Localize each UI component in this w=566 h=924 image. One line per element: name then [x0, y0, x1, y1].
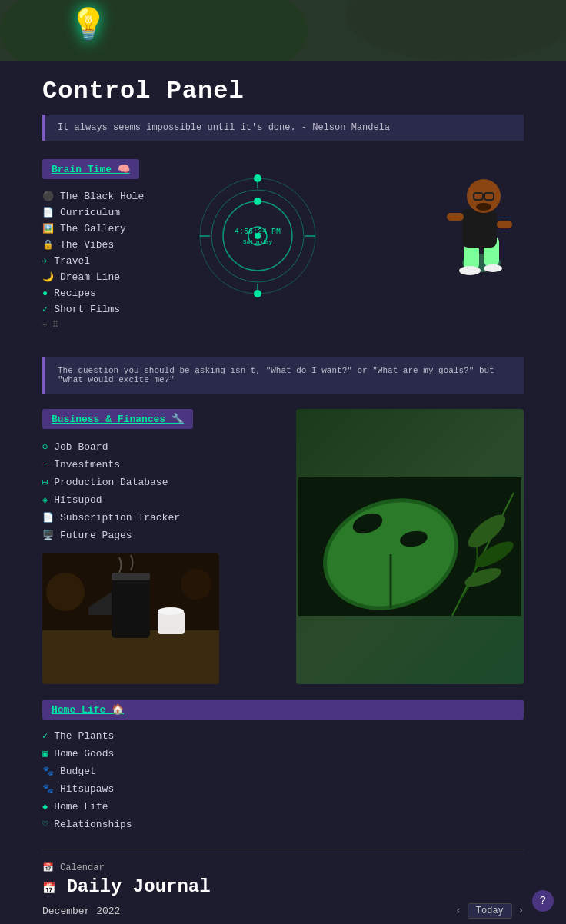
hero-banner: 💡	[0, 0, 566, 61]
list-item[interactable]: ♡Relationships	[42, 816, 524, 833]
list-item[interactable]: ◆Home Life	[42, 798, 524, 816]
quote-block-1: It always seems impossible until it's do…	[42, 115, 524, 141]
list-item[interactable]: ✓The Plants	[42, 727, 524, 745]
coffee-photo	[42, 553, 219, 684]
subscription-icon: 📄	[42, 512, 54, 523]
page-title: Control Panel	[42, 77, 524, 105]
business-items-list: ⊙Job Board +Investments ⊞Production Data…	[42, 438, 281, 544]
job-board-icon: ⊙	[42, 441, 48, 453]
list-item[interactable]: ◈Hitsupod	[42, 491, 281, 509]
plus-icon: +	[42, 321, 48, 330]
svg-rect-31	[112, 573, 150, 580]
svg-point-35	[181, 569, 211, 600]
relationships-icon: ♡	[42, 819, 48, 830]
list-item[interactable]: ⊞Production Database	[42, 474, 281, 491]
svg-rect-24	[497, 221, 512, 228]
list-item[interactable]: 🐾Budget	[42, 763, 524, 780]
calendar-month: December 2022	[42, 906, 120, 917]
home-life-header: Home Life 🏠	[42, 700, 524, 720]
hitsupaws-icon: 🐾	[42, 783, 54, 795]
home-life-icon: ◆	[42, 801, 48, 813]
future-pages-icon: 🖥️	[42, 530, 54, 541]
hitsupod-icon: ◈	[42, 494, 48, 506]
add-item-button[interactable]: + ⠿	[42, 317, 524, 332]
svg-rect-29	[112, 577, 150, 638]
svg-text:4:56:24 PM: 4:56:24 PM	[235, 228, 281, 236]
svg-point-25	[459, 266, 481, 275]
chevron-left-icon[interactable]: ‹	[456, 906, 461, 916]
lightbulb-icon: 💡	[69, 6, 108, 44]
plants-icon: ✓	[42, 730, 48, 742]
brain-time-header: Brain Time 🧠	[42, 159, 139, 179]
list-item[interactable]: ⊙Job Board	[42, 438, 281, 456]
today-button[interactable]: Today	[468, 903, 512, 919]
svg-point-33	[158, 607, 184, 615]
svg-rect-17	[462, 209, 497, 248]
clock-widget: 4:56:24 PM Saturday	[196, 174, 319, 297]
svg-point-22	[476, 203, 491, 211]
doc-icon: 📄	[42, 207, 54, 218]
circle-icon: ⚫	[42, 191, 54, 202]
svg-rect-23	[447, 213, 464, 221]
svg-point-5	[254, 198, 261, 205]
production-db-icon: ⊞	[42, 477, 48, 488]
gallery-icon: 🖼️	[42, 223, 54, 234]
investments-icon: +	[42, 460, 48, 470]
check-icon: ✓	[42, 304, 48, 315]
list-item[interactable]: 📄Subscription Tracker	[42, 509, 281, 527]
calendar-icon: 📅	[42, 862, 54, 873]
dot-icon: ●	[42, 288, 48, 299]
home-goods-icon: ▣	[42, 748, 48, 759]
plane-icon: ✈️	[42, 255, 48, 267]
quote-block-2: The question you should be asking isn't,…	[42, 357, 524, 394]
svg-point-34	[46, 573, 85, 611]
svg-rect-28	[42, 630, 219, 684]
list-item[interactable]: ▣Home Goods	[42, 745, 524, 763]
help-button[interactable]: ?	[532, 890, 554, 912]
character-illustration	[431, 151, 531, 290]
list-item[interactable]: 🖥️Future Pages	[42, 527, 281, 544]
svg-point-26	[484, 264, 502, 272]
svg-text:Saturday: Saturday	[243, 238, 273, 245]
calendar-label: Calendar	[60, 863, 105, 873]
daily-journal-title: 📅 Daily Journal	[42, 876, 524, 897]
home-items-list: ✓The Plants ▣Home Goods 🐾Budget 🐾Hitsupa…	[42, 727, 524, 833]
plant-photo	[296, 409, 524, 684]
moon-icon: 🌙	[42, 271, 54, 283]
budget-icon: 🐾	[42, 766, 54, 777]
list-item[interactable]: +Investments	[42, 456, 281, 474]
list-item[interactable]: 🐾Hitsupaws	[42, 780, 524, 798]
chevron-right-icon[interactable]: ›	[518, 906, 524, 916]
list-item[interactable]: ✓Short Films	[42, 301, 524, 317]
calendar-section: 📅 Calendar 📅 Daily Journal December 2022…	[42, 849, 524, 924]
lock-icon: 🔒	[42, 239, 54, 251]
business-header: Business & Finances 🔧	[42, 409, 193, 429]
